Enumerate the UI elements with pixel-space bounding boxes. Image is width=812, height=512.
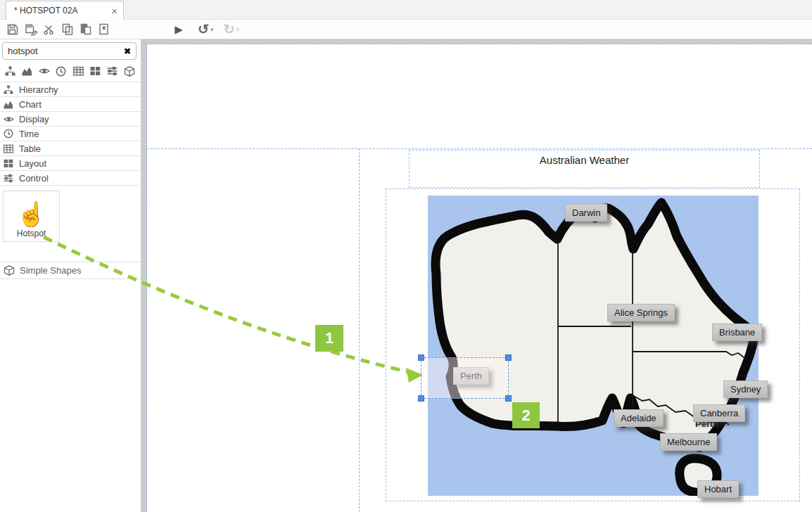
cube-icon [4, 265, 15, 276]
run-application-button[interactable]: ▶ [170, 21, 188, 38]
redo-icon: ↻ [223, 23, 234, 36]
dashboard-title: Australian Weather [410, 154, 759, 166]
hierarchy-icon [3, 84, 14, 95]
layout-filter-icon[interactable] [88, 65, 102, 77]
table-icon [3, 143, 14, 154]
city-hotspot-button[interactable]: Hobart [697, 480, 739, 498]
simple-shapes-section-header[interactable]: Simple Shapes [0, 262, 141, 279]
title-text-component[interactable]: Australian Weather [409, 150, 760, 188]
hand-pointer-icon: ☝ [16, 200, 46, 228]
tab-title: * HOTSPOT 02A [14, 6, 111, 15]
export-button[interactable] [95, 21, 113, 38]
category-hierarchy[interactable]: Hierarchy [0, 82, 141, 97]
category-list: Hierarchy Chart Display Time Table Layou… [0, 82, 141, 186]
save-as-icon [25, 23, 38, 36]
clear-search-icon[interactable]: ✖ [124, 46, 131, 56]
city-hotspot-label: Darwin [572, 207, 600, 218]
city-hotspot-button[interactable]: Melbourne [660, 433, 717, 451]
selection-handle-nw[interactable] [418, 354, 424, 361]
category-filter-bar [3, 63, 137, 79]
cut-icon [43, 23, 56, 36]
component-palette-sidebar: ✖ Hierarchy Ch [0, 39, 141, 512]
play-icon: ▶ [175, 23, 183, 36]
city-hotspot-button[interactable]: Darwin [565, 204, 607, 222]
control-icon [3, 173, 14, 184]
city-hotspot-button[interactable]: Canberra [693, 404, 745, 422]
time-filter-icon[interactable] [54, 65, 68, 77]
tab-close-icon[interactable]: × [111, 6, 118, 16]
save-as-button[interactable] [22, 21, 40, 38]
display-icon [3, 114, 14, 124]
paste-icon [80, 23, 92, 36]
undo-button[interactable]: ↺ ▾ [198, 23, 213, 36]
layout-column-divider [359, 148, 360, 512]
shapes-filter-icon[interactable] [122, 65, 137, 77]
cut-button[interactable] [40, 21, 58, 38]
display-filter-icon[interactable] [37, 65, 51, 77]
category-display[interactable]: Display [0, 112, 141, 127]
city-hotspot-label: Melbourne [667, 437, 710, 447]
selection-rectangle[interactable] [421, 357, 509, 399]
undo-icon: ↺ [198, 23, 209, 36]
paste-button[interactable] [77, 21, 95, 38]
hotspot-component-label: Hotspot [17, 229, 46, 238]
city-hotspot-label: Brisbane [719, 327, 755, 338]
document-tab[interactable]: * HOTSPOT 02A × [6, 1, 124, 20]
simple-shapes-label: Simple Shapes [20, 265, 81, 276]
redo-button: ↻ ▾ [223, 23, 239, 36]
copy-icon [61, 23, 74, 36]
chart-filter-icon[interactable] [20, 65, 34, 77]
main-toolbar: ▶ ↺ ▾ ↻ ▾ [0, 20, 812, 39]
selection-handle-ne[interactable] [505, 354, 512, 361]
hierarchy-filter-icon[interactable] [3, 65, 17, 77]
table-filter-icon[interactable] [71, 65, 85, 77]
category-control[interactable]: Control [0, 171, 141, 186]
undo-dropdown-caret-icon[interactable]: ▾ [210, 26, 214, 33]
city-hotspot-label: Hobart [704, 484, 732, 494]
city-hotspot-button[interactable]: Adelaide [614, 409, 664, 427]
city-hotspot-button[interactable]: Brisbane [712, 324, 762, 341]
redo-dropdown-caret-icon: ▾ [236, 26, 239, 33]
control-filter-icon[interactable] [106, 65, 120, 77]
city-hotspot-button[interactable]: Sydney [723, 380, 768, 398]
step-2-badge: 2 [512, 402, 540, 428]
step-1-badge: 1 [315, 325, 343, 352]
layout-row-divider [147, 148, 812, 149]
category-layout[interactable]: Layout [0, 156, 141, 171]
export-icon [98, 23, 110, 36]
chart-icon [3, 99, 14, 110]
category-chart[interactable]: Chart [0, 97, 141, 112]
city-hotspot-label: Alice Springs [614, 307, 668, 318]
save-icon [6, 23, 19, 36]
city-hotspot-button[interactable]: Alice Springs [607, 304, 675, 321]
city-hotspot-label: Sydney [730, 384, 761, 395]
component-search-box[interactable]: ✖ [2, 42, 137, 60]
selection-handle-sw[interactable] [418, 395, 424, 402]
save-button[interactable] [4, 21, 22, 38]
category-table[interactable]: Table [0, 141, 141, 156]
search-input[interactable] [8, 46, 124, 56]
layout-icon [3, 158, 14, 169]
city-hotspot-label: Adelaide [621, 413, 656, 423]
city-hotspot-label: Canberra [700, 408, 738, 418]
tab-strip: * HOTSPOT 02A × [0, 0, 812, 20]
copy-button[interactable] [58, 21, 77, 38]
time-icon [3, 129, 14, 139]
category-time[interactable]: Time [0, 127, 141, 141]
selection-handle-se[interactable] [505, 395, 512, 402]
hotspot-component-tile[interactable]: ☝ Hotspot [3, 191, 60, 242]
